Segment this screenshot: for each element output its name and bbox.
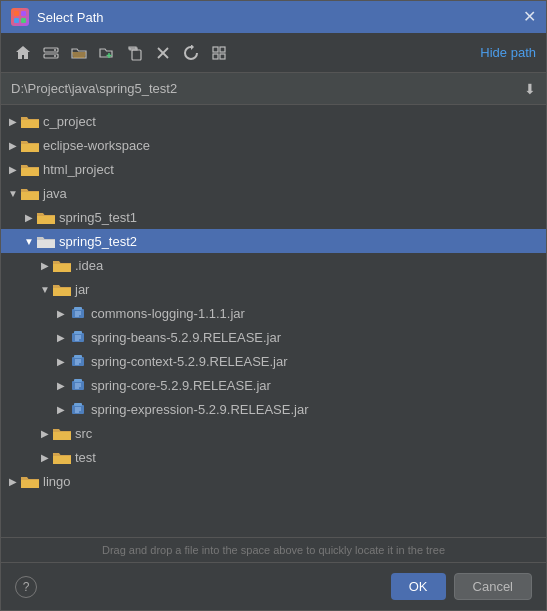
- svg-rect-16: [220, 54, 225, 59]
- tree-item-commons-logging[interactable]: commons-logging-1.1.1.jar: [1, 301, 546, 325]
- folder-icon-lingo: [21, 474, 39, 488]
- tree-item-spring5-test2[interactable]: spring5_test2: [1, 229, 546, 253]
- toolbar-icons: [11, 41, 231, 65]
- refresh-button[interactable]: [179, 41, 203, 65]
- folder-icon-c-project: [21, 114, 39, 128]
- arrow-spring5-test1: [21, 209, 37, 225]
- tree-item-spring5-test1[interactable]: spring5_test1: [1, 205, 546, 229]
- path-bar: D:\Project\java\spring5_test2 ⬇: [1, 73, 546, 105]
- tree-item-java[interactable]: java: [1, 181, 546, 205]
- tree-item-html-project[interactable]: html_project: [1, 157, 546, 181]
- arrow-lingo: [5, 473, 21, 489]
- select-path-dialog: Select Path ✕: [0, 0, 547, 611]
- label-eclipse: eclipse-workspace: [43, 138, 150, 153]
- arrow-html: [5, 161, 21, 177]
- folder-icon-jar: [53, 282, 71, 296]
- jar-icon-spring-beans: [69, 330, 87, 344]
- label-spring-core: spring-core-5.2.9.RELEASE.jar: [91, 378, 271, 393]
- app-icon: [11, 8, 29, 26]
- svg-rect-18: [74, 307, 82, 310]
- folder-icon-test: [53, 450, 71, 464]
- button-bar: ? OK Cancel: [1, 562, 546, 610]
- new-folder-button[interactable]: [95, 41, 119, 65]
- label-html: html_project: [43, 162, 114, 177]
- drives-button[interactable]: [39, 41, 63, 65]
- tree-item-spring-expression[interactable]: spring-expression-5.2.9.RELEASE.jar: [1, 397, 546, 421]
- svg-rect-3: [21, 18, 26, 23]
- label-idea: .idea: [75, 258, 103, 273]
- svg-point-6: [54, 49, 56, 51]
- label-spring-expression: spring-expression-5.2.9.RELEASE.jar: [91, 402, 309, 417]
- label-spring-context: spring-context-5.2.9.RELEASE.jar: [91, 354, 288, 369]
- dialog-title: Select Path: [37, 10, 104, 25]
- title-bar-left: Select Path: [11, 8, 104, 26]
- tree-item-idea[interactable]: .idea: [1, 253, 546, 277]
- folder-icon-html: [21, 162, 39, 176]
- toolbar: Hide path: [1, 33, 546, 73]
- action-buttons: OK Cancel: [391, 573, 532, 600]
- help-button[interactable]: ?: [15, 576, 37, 598]
- svg-rect-23: [74, 331, 82, 334]
- cancel-button[interactable]: Cancel: [454, 573, 532, 600]
- folder-icon-spring5-test1: [37, 210, 55, 224]
- svg-rect-10: [132, 50, 141, 60]
- svg-point-7: [54, 55, 56, 57]
- folder-icon-spring5-test2: [37, 234, 55, 248]
- label-src: src: [75, 426, 92, 441]
- svg-rect-38: [74, 403, 82, 406]
- hint-text: Drag and drop a file into the space abov…: [102, 544, 445, 556]
- arrow-spring-beans: [53, 329, 69, 345]
- ok-button[interactable]: OK: [391, 573, 446, 600]
- copy-folder-button[interactable]: [123, 41, 147, 65]
- folder-icon-eclipse: [21, 138, 39, 152]
- folder-open-button[interactable]: [67, 41, 91, 65]
- svg-rect-14: [220, 47, 225, 52]
- arrow-java: [5, 185, 21, 201]
- hint-bar: Drag and drop a file into the space abov…: [1, 537, 546, 562]
- download-path-icon[interactable]: ⬇: [524, 81, 536, 97]
- tree-item-spring-core[interactable]: spring-core-5.2.9.RELEASE.jar: [1, 373, 546, 397]
- arrow-src: [37, 425, 53, 441]
- label-c-project: c_project: [43, 114, 96, 129]
- delete-button[interactable]: [151, 41, 175, 65]
- jar-icon-spring-core: [69, 378, 87, 392]
- arrow-eclipse: [5, 137, 21, 153]
- tree-item-test[interactable]: test: [1, 445, 546, 469]
- file-tree[interactable]: c_project eclipse-workspace html_project: [1, 105, 546, 537]
- arrow-idea: [37, 257, 53, 273]
- svg-rect-15: [213, 54, 218, 59]
- jar-icon-spring-context: [69, 354, 87, 368]
- jar-icon-commons-logging: [69, 306, 87, 320]
- tree-item-spring-context[interactable]: spring-context-5.2.9.RELEASE.jar: [1, 349, 546, 373]
- folder-icon-idea: [53, 258, 71, 272]
- arrow-c-project: [5, 113, 21, 129]
- arrow-spring5-test2: [21, 233, 37, 249]
- collapse-button[interactable]: [207, 41, 231, 65]
- svg-rect-33: [74, 379, 82, 382]
- home-button[interactable]: [11, 41, 35, 65]
- tree-item-src[interactable]: src: [1, 421, 546, 445]
- title-bar: Select Path ✕: [1, 1, 546, 33]
- arrow-spring-context: [53, 353, 69, 369]
- tree-item-eclipse-workspace[interactable]: eclipse-workspace: [1, 133, 546, 157]
- label-jar: jar: [75, 282, 89, 297]
- label-test: test: [75, 450, 96, 465]
- tree-item-jar[interactable]: jar: [1, 277, 546, 301]
- folder-icon-java: [21, 186, 39, 200]
- svg-rect-13: [213, 47, 218, 52]
- tree-item-c-project[interactable]: c_project: [1, 109, 546, 133]
- svg-rect-2: [14, 18, 19, 23]
- label-java: java: [43, 186, 67, 201]
- close-button[interactable]: ✕: [523, 9, 536, 25]
- hide-path-button[interactable]: Hide path: [480, 45, 536, 60]
- label-spring-beans: spring-beans-5.2.9.RELEASE.jar: [91, 330, 281, 345]
- arrow-spring-expression: [53, 401, 69, 417]
- current-path: D:\Project\java\spring5_test2: [11, 81, 177, 96]
- svg-rect-1: [21, 11, 26, 16]
- tree-item-lingo[interactable]: lingo: [1, 469, 546, 493]
- svg-rect-28: [74, 355, 82, 358]
- tree-item-spring-beans[interactable]: spring-beans-5.2.9.RELEASE.jar: [1, 325, 546, 349]
- folder-icon-src: [53, 426, 71, 440]
- svg-rect-0: [14, 11, 19, 16]
- arrow-commons-logging: [53, 305, 69, 321]
